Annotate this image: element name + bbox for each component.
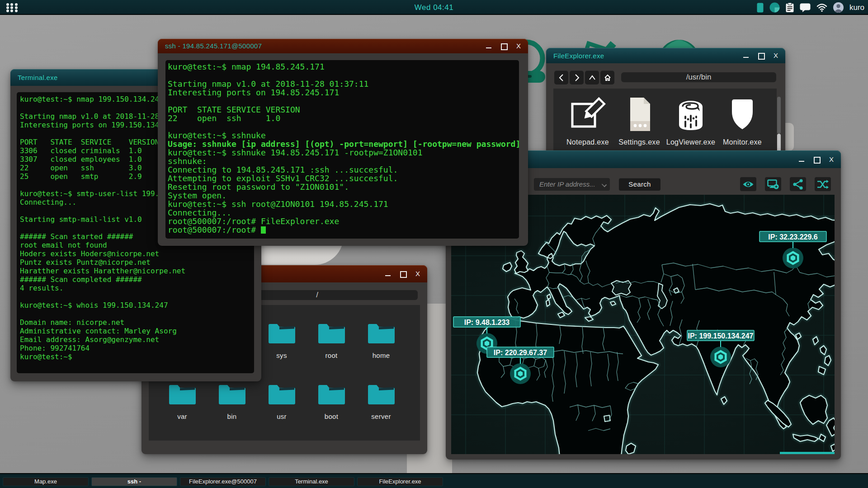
folder-item[interactable]: var (168, 381, 197, 420)
minimize-button[interactable] (486, 43, 492, 49)
svg-text:IP: 199.150.134.247: IP: 199.150.134.247 (688, 332, 753, 340)
folder-label: boot (325, 413, 338, 420)
maximize-button[interactable] (400, 271, 406, 277)
terminal-line: Domain name: nicorpe.net (20, 318, 254, 327)
navigation-toolbar (554, 70, 616, 84)
home-icon[interactable] (600, 70, 614, 84)
terminal-line: Puntz exists Puntz@nicorpe.net (20, 258, 254, 267)
svg-text:IP: 9.48.1.233: IP: 9.48.1.233 (464, 319, 510, 326)
monitor-add-icon[interactable] (765, 177, 781, 191)
terminal-line: root@500007:/root# (168, 225, 519, 234)
battery-icon[interactable] (757, 3, 764, 13)
search-button[interactable]: Search (619, 178, 660, 191)
eye-icon[interactable] (740, 177, 756, 191)
folder-label: server (371, 413, 391, 420)
system-tray: kuro (757, 0, 864, 15)
terminal-line: 22 open ssh 1.0 (168, 114, 519, 122)
terminal-line: Reseting root password to "Z1ON0101". (168, 183, 519, 191)
terminal-line (20, 310, 254, 318)
folder-label: usr (277, 413, 287, 420)
shield-icon (724, 97, 760, 134)
terminal-line (168, 71, 519, 80)
terminal-line: kuro@test:~$ nmap 194.85.245.171 (168, 62, 519, 71)
ssh-title: ssh - 194.85.245.171@500007 (165, 42, 262, 50)
close-button[interactable]: X (515, 43, 522, 49)
up-icon[interactable] (585, 70, 599, 84)
file-item-monitor-exe[interactable]: Monitor.exe (723, 97, 762, 146)
forward-icon[interactable] (570, 70, 584, 84)
shuffle-icon[interactable] (815, 177, 831, 191)
taskbar-item-fileexplorer-exe[interactable]: FileExplorer.exe (357, 477, 443, 486)
terminal-line: kuro@test:~$ sshnuke 194.85.245.171 -roo… (168, 148, 519, 157)
logviewer-icon (673, 97, 709, 134)
terminal-line: kuro@test:~$ whois 199.150.134.247 (20, 301, 254, 310)
wifi-icon[interactable] (816, 4, 827, 12)
menu-bar: Wed 04:41 (0, 0, 868, 15)
share-icon[interactable] (790, 177, 806, 191)
taskbar-item-map-exe[interactable]: Map.exe (3, 477, 89, 486)
terminal-line: 4 results. (20, 284, 254, 292)
file-label: Settings.exe (618, 138, 660, 146)
terminal-line: System open. (168, 191, 519, 200)
notepad-icon (570, 97, 606, 134)
file-explorer-local-title: FileExplorer.exe (553, 52, 604, 60)
terminal-cursor (261, 226, 266, 234)
terminal-line: Attempting to exploit SSHv1 CRC32 ...suc… (168, 174, 519, 183)
terminal-line (168, 97, 519, 105)
terminal-line: kuro@test:~$ sshnuke (168, 131, 519, 140)
taskbar-item-terminal-exe[interactable]: Terminal.exe (269, 477, 354, 486)
terminal-line: sshnuke: (168, 157, 519, 165)
folder-item[interactable]: home (367, 320, 396, 359)
file-item-logviewer-exe[interactable]: LogViewer.exe (666, 97, 716, 146)
username[interactable]: kuro (849, 3, 864, 12)
folder-item[interactable]: boot (317, 381, 346, 420)
back-icon[interactable] (554, 70, 568, 84)
terminal-line: Connecting to 194.85.245.171 :ssh ...suc… (168, 165, 519, 174)
chevron-down-icon (602, 182, 607, 187)
terminal-line: Hoders exists Hoders@nicorpe.net (20, 249, 254, 258)
clock: Wed 04:41 (0, 3, 868, 12)
folder-item[interactable]: server (367, 381, 396, 420)
path-bar[interactable]: /usr/bin (621, 72, 776, 82)
map-progress-bar (780, 452, 835, 454)
minimize-button[interactable] (743, 52, 749, 59)
settings-file-icon (621, 97, 657, 134)
terminal-line: Interesting ports on 194.85.245.171 (168, 88, 519, 97)
terminal-line: Email address: Asorg@genzyme.net (20, 335, 254, 344)
taskbar-item-ssh-[interactable]: ssh - (91, 477, 177, 486)
terminal-line: Starting nmap v1.0 at 2018-11-28 01:37:1… (168, 80, 519, 88)
chat-icon[interactable] (800, 3, 811, 12)
svg-text:IP: 220.29.67.37: IP: 220.29.67.37 (494, 349, 547, 357)
ip-address-combo[interactable]: Enter IP address... (534, 178, 610, 191)
maximize-button[interactable] (500, 43, 507, 49)
ssh-terminal-screen[interactable]: kuro@test:~$ nmap 194.85.245.171 Startin… (165, 60, 519, 239)
file-label: LogViewer.exe (666, 138, 716, 146)
terminal-line: kuro@test:~$ ssh root@Z1ON0101 194.85.24… (168, 200, 519, 208)
maximize-button[interactable] (813, 156, 820, 163)
terminal-line: ###### Scan completed ###### (20, 275, 254, 284)
file-item-settings-exe[interactable]: Settings.exe (618, 97, 660, 146)
taskbar: Map.exessh -FileExplorer.exe@500007Termi… (0, 473, 868, 488)
close-button[interactable]: X (773, 52, 779, 59)
terminal-line: Connecting... (168, 208, 519, 217)
folder-item[interactable]: bin (218, 381, 246, 420)
user-avatar[interactable] (833, 2, 844, 13)
taskbar-item-fileexplorer-exe-500007[interactable]: FileExplorer.exe@500007 (180, 477, 266, 486)
folder-item[interactable]: usr (268, 381, 296, 420)
maximize-button[interactable] (758, 52, 764, 59)
folder-label: sys (276, 352, 287, 359)
ssh-window: ssh - 194.85.245.171@500007 X kuro@test:… (158, 39, 528, 246)
folder-item[interactable]: sys (268, 320, 296, 359)
clipboard-icon[interactable] (786, 3, 794, 12)
folder-label: bin (227, 413, 237, 420)
minimize-button[interactable] (798, 156, 805, 163)
file-item-notepad-exe[interactable]: Notepad.exe (566, 97, 609, 146)
folder-label: home (373, 352, 390, 359)
terminal-line (168, 122, 519, 131)
minimize-button[interactable] (385, 271, 391, 277)
close-button[interactable]: X (828, 156, 835, 163)
terminal-line: Usage: sshnuke [ip address] [(opt) -port… (168, 140, 519, 148)
folder-item[interactable]: root (317, 320, 346, 359)
storage-pie-icon[interactable] (769, 2, 780, 13)
close-button[interactable]: X (415, 271, 421, 277)
